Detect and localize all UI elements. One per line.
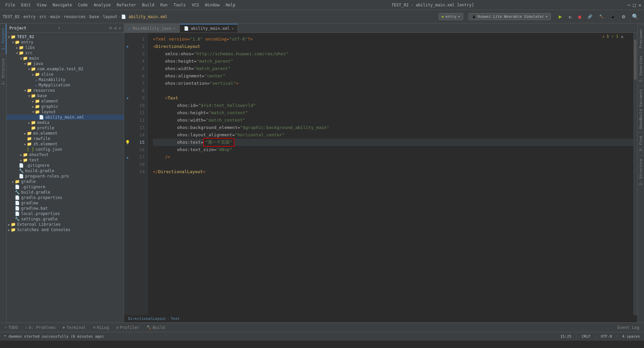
tree-item-settings[interactable]: ▶ 🔧 settings.gradle	[7, 216, 124, 222]
sync-icon[interactable]: ⟳	[109, 26, 112, 30]
sidebar-tab-find[interactable]: 3: Find	[638, 132, 644, 155]
tree-item-slice[interactable]: ▶ 📁 slice	[7, 72, 124, 77]
minimize-button[interactable]: ─	[628, 2, 630, 8]
stop-button[interactable]: ■	[576, 13, 584, 20]
tab-eventlog[interactable]: Event Log	[614, 324, 643, 332]
tree-item-scratches[interactable]: ▶ 📁 Scratches and Consoles	[7, 227, 124, 232]
status-charset[interactable]: UTF-8	[599, 334, 613, 339]
tree-item-entry[interactable]: ▼ 📁 entry	[7, 40, 124, 45]
tree-item-external[interactable]: ▶ 📁 External Libraries	[7, 222, 124, 227]
tree-item-profile[interactable]: ▶ 📁 profile	[7, 125, 124, 131]
tab-ability-main[interactable]: 📄 ability_main.xml ✕	[180, 24, 238, 32]
menu-refactor[interactable]: Refactor	[114, 2, 139, 8]
breadcrumb-layout[interactable]: layout	[103, 14, 117, 19]
tree-item-com[interactable]: ▼ 📁 com.example.test_02	[7, 66, 124, 72]
menu-file[interactable]: File	[3, 2, 18, 8]
tab-problems[interactable]: ⚠ 6: Problems	[22, 324, 59, 332]
menu-help[interactable]: Help	[223, 2, 238, 8]
fold-icon[interactable]: ▼	[126, 45, 128, 49]
menu-bar[interactable]: File Edit View Navigate Code Analyze Ref…	[3, 2, 238, 8]
tree-item-element[interactable]: ▶ 📁 element	[7, 98, 124, 104]
run-button[interactable]: ▶	[556, 12, 565, 21]
tree-item-libs[interactable]: ▶ 📁 libs	[7, 45, 124, 50]
tree-item-media[interactable]: ▶ 📁 media	[7, 120, 124, 125]
tree-item-local[interactable]: ▶ 📄 local.properties	[7, 211, 124, 216]
breadcrumb-resources[interactable]: resources	[64, 14, 86, 19]
warning-lamp-icon[interactable]: 💡	[125, 140, 130, 145]
tab-close-icon2[interactable]: ✕	[231, 27, 233, 30]
menu-edit[interactable]: Edit	[18, 2, 34, 8]
tree-item-main[interactable]: ▼ 📁 main	[7, 56, 124, 61]
breadcrumb-project[interactable]: TEST_02	[3, 14, 20, 19]
menu-window[interactable]: Window	[202, 2, 222, 8]
panel-icons[interactable]: ⟳ ⚙ ✕	[109, 26, 121, 30]
build-button[interactable]: 🔨	[596, 13, 606, 20]
sidebar-tab-structure[interactable]: 2: Structure	[638, 155, 644, 189]
tree-item-config[interactable]: ▶ { } config.json	[7, 147, 124, 152]
sidebar-tab-previewer[interactable]: Previewer	[638, 25, 644, 52]
breadcrumb-base[interactable]: base	[90, 14, 99, 19]
tree-item-root[interactable]: ▼ 📁 TEST_02	[7, 34, 124, 40]
menu-code[interactable]: Code	[75, 2, 91, 8]
project-dropdown[interactable]: ▾	[58, 26, 60, 30]
tab-close-icon[interactable]: ✕	[173, 26, 175, 30]
tree-item-layout[interactable]: ▼ 📁 layout	[7, 109, 124, 115]
hide-icon[interactable]: ✕	[119, 26, 121, 30]
tree-item-proguard[interactable]: ▶ 📄 proguard-rules.pro	[7, 173, 124, 179]
tree-item-ability-main[interactable]: ▶ 📄 ability_main.xml	[7, 115, 124, 120]
tree-item-base[interactable]: ▼ 📁 base	[7, 93, 124, 98]
menu-vcs[interactable]: VCS	[189, 2, 202, 8]
tree-item-graphic[interactable]: ▶ 📁 graphic	[7, 104, 124, 109]
status-position[interactable]: 15:25	[559, 334, 573, 339]
fold-close-icon[interactable]: ▲	[126, 155, 128, 159]
tab-hilog[interactable]: ≡ HiLog	[90, 324, 112, 332]
close-button[interactable]: ✕	[639, 2, 641, 8]
tree-item-gradlewbat[interactable]: ▶ 📄 gradlew.bat	[7, 206, 124, 211]
gear-icon[interactable]: ⚙	[114, 26, 117, 30]
breadcrumb-entry[interactable]: entry	[23, 14, 36, 19]
menu-build[interactable]: Build	[140, 2, 157, 8]
tree-item-test[interactable]: ▶ 📁 test	[7, 157, 124, 163]
scrollbar-thumb[interactable]	[634, 40, 637, 80]
tree-item-myapp[interactable]: ▶ ☕ MyApplication	[7, 82, 124, 88]
tab-build[interactable]: 🔨 Build	[143, 324, 168, 332]
settings-button[interactable]: ⚙	[619, 12, 628, 21]
window-controls[interactable]: ─ □ ✕	[628, 2, 641, 8]
simulator-button[interactable]: 📱 Huawei Lite Wearable Simulator ▾	[469, 13, 551, 20]
search-button[interactable]: 🔍	[629, 12, 641, 21]
tree-item-ohostest[interactable]: ▶ 📁 ohosTest	[7, 152, 124, 157]
breadcrumb-file[interactable]: 📄 ability_main.xml	[121, 14, 167, 19]
tree-item-resources[interactable]: ▼ 📁 resources	[7, 88, 124, 93]
tree-item-gradleprops[interactable]: ▶ 📄 gradle.properties	[7, 195, 124, 200]
menu-view[interactable]: View	[34, 2, 49, 8]
vertical-scrollbar[interactable]	[633, 33, 637, 315]
sidebar-tab-2previewer[interactable]: 2: Favorites	[638, 52, 644, 85]
tree-item-en[interactable]: ▶ 📁 en.element	[7, 131, 124, 136]
menu-run[interactable]: Run	[158, 2, 170, 8]
device-button[interactable]: 📱	[608, 13, 618, 20]
breadcrumb-src[interactable]: src	[39, 14, 47, 19]
sidebar-tab-structure[interactable]: 2: Structure	[0, 54, 6, 89]
tree-item-buildgradle[interactable]: ▶ 🔧 build.gradle	[7, 168, 124, 173]
tree-item-java[interactable]: ▼ 📁 java	[7, 61, 124, 66]
tree-item-gitignore[interactable]: ▶ 📄 .gitignore	[7, 163, 124, 168]
menu-navigate[interactable]: Navigate	[50, 2, 75, 8]
tab-todo[interactable]: ✓ TODO	[1, 324, 21, 332]
menu-analyze[interactable]: Analyze	[91, 2, 113, 8]
rerun-button[interactable]: ↻	[566, 13, 574, 20]
status-crlf[interactable]: CRLF	[580, 334, 592, 339]
tree-item-src[interactable]: ▼ 📁 src	[7, 50, 124, 56]
menu-tools[interactable]: Tools	[171, 2, 189, 8]
tree-item-gradlew[interactable]: ▶ 📄 gradlew	[7, 200, 124, 206]
breadcrumb-directional[interactable]: DirectionalLayout	[128, 317, 166, 321]
status-indent[interactable]: 4 spaces	[621, 334, 641, 339]
tree-item-gradle-root[interactable]: ▶ 📁 gradle	[7, 179, 124, 184]
tab-terminal[interactable]: ▶ Terminal	[60, 324, 89, 332]
sidebar-tab-project[interactable]: 1: Project	[0, 23, 6, 54]
tab-profiler[interactable]: ◎ Profiler	[113, 324, 143, 332]
breadcrumb-main[interactable]: main	[50, 14, 60, 19]
fold-icon2[interactable]: ▼	[126, 96, 128, 100]
tree-item-gitignore2[interactable]: ▶ 📄 .gitignore	[7, 184, 124, 190]
code-content[interactable]: ⚠ 1 ✓ 1 ▲ <?xml version="1.0" encoding="…	[148, 33, 633, 315]
tab-mainability[interactable]: ☕ MainAbility.java ✕	[124, 24, 180, 32]
